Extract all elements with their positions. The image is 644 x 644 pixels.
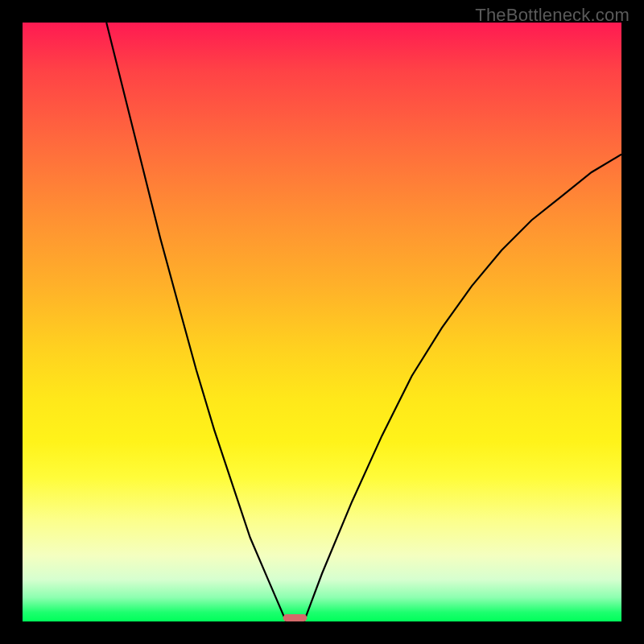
chart-svg	[23, 23, 621, 621]
right-curve	[304, 155, 621, 621]
watermark-text: TheBottleneck.com	[475, 5, 630, 26]
left-curve	[106, 23, 286, 621]
plot-area	[23, 23, 621, 621]
bottom-marker	[283, 614, 308, 621]
